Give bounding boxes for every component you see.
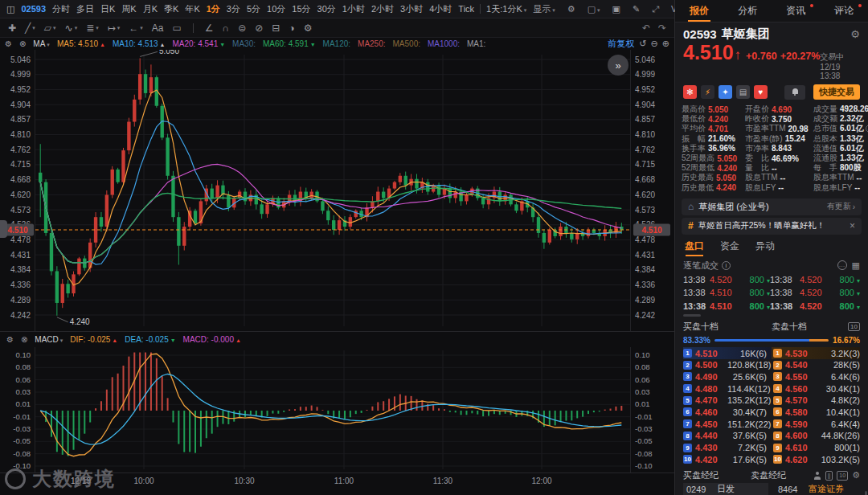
toolbar-item-5分[interactable]: 5分 bbox=[244, 3, 264, 15]
toolbar-item-分时[interactable]: 分时 bbox=[49, 3, 73, 15]
toolbar-item-月K[interactable]: 月K bbox=[140, 3, 161, 15]
toolbar-item-30分[interactable]: 30分 bbox=[314, 3, 339, 15]
bid-row-4[interactable]: 44.480114.4K(12) bbox=[683, 382, 772, 395]
tab-评论[interactable]: 评论 bbox=[820, 0, 868, 22]
lines-tool-icon[interactable]: ≣▾ bbox=[86, 22, 99, 34]
toolbar-item-3分[interactable]: 3分 bbox=[223, 3, 244, 15]
bid-row-5[interactable]: 54.470135.2K(12) bbox=[683, 395, 772, 407]
broker-row[interactable]: 0249日发 bbox=[683, 483, 768, 495]
macd-settings-icon[interactable]: ⚙ bbox=[6, 335, 14, 344]
reset-zoom-icon[interactable]: ↺ bbox=[639, 39, 646, 49]
line-tool-icon[interactable]: ╱▾ bbox=[25, 22, 35, 34]
bid-row-9[interactable]: 94.4307.2K(5) bbox=[683, 442, 772, 454]
draw-settings-icon[interactable]: ⚙ bbox=[304, 22, 313, 34]
toolbar-item-10分[interactable]: 10分 bbox=[264, 3, 289, 15]
info-icon[interactable]: i bbox=[722, 261, 731, 270]
broker-person-icon[interactable] bbox=[813, 472, 821, 480]
comment-tool-icon[interactable]: ▭ bbox=[173, 22, 182, 34]
settings-icon[interactable]: ⚙ bbox=[564, 4, 579, 14]
bid-row-7[interactable]: 74.450151.2K(22) bbox=[683, 418, 772, 430]
ask-row-9[interactable]: 94.610800(1) bbox=[772, 442, 860, 454]
move-tool-icon[interactable]: ✚ bbox=[8, 22, 16, 34]
tab-报价[interactable]: 报价 bbox=[675, 0, 723, 22]
ask-row-8[interactable]: 84.60044.8K(26) bbox=[772, 430, 860, 442]
ask-row-5[interactable]: 54.5704.8K(2) bbox=[772, 395, 860, 407]
continuous-draw-icon[interactable]: ⊜ bbox=[238, 22, 246, 34]
hide-drawings-icon[interactable]: ⊘ bbox=[255, 22, 263, 34]
toolbar-item-显示[interactable]: 显示▾ bbox=[530, 3, 559, 15]
toolbar-item-年K[interactable]: 年K bbox=[182, 3, 203, 15]
delete-drawings-icon[interactable]: ⊟ bbox=[272, 22, 280, 34]
zoom-out-icon[interactable]: ⊖ bbox=[651, 39, 658, 49]
toolbar-item-2小时[interactable]: 2小时 bbox=[368, 3, 397, 15]
ask-row-1[interactable]: 14.5303.2K(3) bbox=[772, 347, 860, 359]
broker-settings-icon[interactable]: ⚙ bbox=[852, 470, 860, 481]
ask-row-3[interactable]: 34.5506.4K(6) bbox=[772, 371, 860, 383]
ask-row-4[interactable]: 44.56030.4K(1) bbox=[772, 382, 860, 395]
toolbar-item-1天:1分K[interactable]: 1天:1分K▾ bbox=[483, 3, 530, 15]
alert-bell-button[interactable] bbox=[784, 85, 805, 100]
bid-row-10[interactable]: 104.42017.6K(5) bbox=[683, 453, 772, 465]
broker-queue[interactable]: 0249日发8189中银国际9139实德1799耀才 8464富途证券8308富… bbox=[675, 483, 868, 495]
toolbar-item-多日[interactable]: 多日 bbox=[73, 3, 97, 15]
toolbar-item-1小时[interactable]: 1小时 bbox=[339, 3, 368, 15]
bid-row-1[interactable]: 14.51016K(6) bbox=[683, 347, 772, 359]
toolbar-item-3小时[interactable]: 3小时 bbox=[397, 3, 426, 15]
candlestick-chart[interactable]: 5.0465.0464.9994.9994.9524.9524.9044.904… bbox=[0, 50, 674, 331]
toolbar-item-Tick[interactable]: Tick bbox=[455, 4, 477, 14]
screenshot-icon[interactable]: ▣ bbox=[609, 4, 624, 14]
tab-分析[interactable]: 分析 bbox=[723, 0, 772, 22]
bid-row-3[interactable]: 34.49025.6K(6) bbox=[683, 371, 772, 383]
angle-tool-icon[interactable]: ∠ bbox=[205, 22, 214, 34]
macd-chart[interactable]: 0.100.100.080.080.060.060.030.030.010.01… bbox=[0, 347, 674, 472]
ma-settings-icon[interactable]: ⚙ bbox=[5, 39, 12, 48]
ask-row-2[interactable]: 24.54028K(5) bbox=[772, 359, 860, 371]
left-edge-handle[interactable] bbox=[0, 220, 7, 238]
close-icon[interactable]: × bbox=[850, 220, 855, 231]
ask-row-6[interactable]: 64.58010.4K(1) bbox=[772, 407, 860, 419]
more-options-icon[interactable]: … bbox=[837, 260, 847, 270]
draw-icon[interactable]: ✎ bbox=[629, 4, 643, 14]
grid-view-icon[interactable]: ▦ bbox=[852, 260, 860, 271]
tab-盘口[interactable]: 盘口 bbox=[685, 239, 704, 253]
orderbook[interactable]: 14.51016K(6)24.500120.8K(18)34.49025.6K(… bbox=[675, 347, 868, 465]
bid-row-2[interactable]: 24.500120.8K(18) bbox=[683, 359, 772, 371]
toolbar-item-4小时[interactable]: 4小时 bbox=[426, 3, 455, 15]
tab-资讯[interactable]: 资讯 bbox=[772, 0, 820, 22]
adjust-mode-link[interactable]: 前复权 bbox=[608, 38, 634, 50]
tick-trades-list[interactable]: 13:384.520800 ▾13:384.520800 ▾13:384.510… bbox=[675, 273, 868, 317]
symbol-code[interactable]: 02593 bbox=[18, 4, 49, 14]
wave-tool-icon[interactable]: ∿▾ bbox=[65, 22, 78, 34]
layout-icon[interactable]: ◫ bbox=[3, 4, 18, 14]
compare-mode-icon[interactable]: ◑ bbox=[289, 22, 294, 34]
magnet-tool-icon[interactable]: ∩ bbox=[223, 22, 230, 34]
ma-close-icon[interactable]: ⊗ bbox=[19, 39, 26, 48]
macd-selector[interactable]: MACD▾ bbox=[35, 335, 63, 344]
toolbar-item-日K[interactable]: 日K bbox=[97, 3, 118, 15]
shape-tool-icon[interactable]: ▱▾ bbox=[44, 22, 56, 34]
toolbar-item-季K[interactable]: 季K bbox=[161, 3, 182, 15]
ask-row-10[interactable]: 104.620103.2K(5) bbox=[772, 453, 860, 465]
stock-settings-icon[interactable]: ⚙ bbox=[850, 28, 860, 40]
tab-异动[interactable]: 异动 bbox=[755, 239, 775, 253]
broker-pause-icon[interactable]: || bbox=[825, 471, 833, 481]
toolbar-item-15分[interactable]: 15分 bbox=[289, 3, 313, 15]
arrow-tool-icon[interactable]: ←▾ bbox=[129, 22, 143, 34]
redo-icon[interactable]: ↷ bbox=[658, 22, 666, 34]
ask-row-7[interactable]: 74.5906.4K(4) bbox=[772, 418, 860, 430]
broker-depth-icon[interactable]: 10 bbox=[837, 471, 848, 481]
text-tool-icon[interactable]: Aa bbox=[152, 22, 164, 34]
promo-banner[interactable]: # 草姬首日高开25%！晒单赢好礼！ × bbox=[682, 218, 862, 235]
depth-level-icon[interactable]: 10 bbox=[848, 322, 860, 331]
collapse-panel-button[interactable]: » bbox=[608, 55, 628, 76]
bid-row-8[interactable]: 84.44037.6K(5) bbox=[683, 430, 772, 442]
fullscreen-icon[interactable]: ⤢ bbox=[649, 4, 662, 14]
bid-row-6[interactable]: 64.46030.4K(7) bbox=[683, 407, 772, 419]
tab-资金[interactable]: 资金 bbox=[720, 239, 739, 253]
broker-row[interactable]: 8464富途证券 bbox=[775, 483, 866, 495]
scrollbar[interactable] bbox=[865, 491, 867, 495]
zoom-in-icon[interactable]: ⊕ bbox=[662, 39, 669, 49]
toolbar-item-周K[interactable]: 周K bbox=[118, 3, 139, 15]
quick-trade-button[interactable]: 快捷交易 bbox=[813, 84, 860, 100]
ma-selector[interactable]: MA▾ bbox=[33, 39, 50, 48]
